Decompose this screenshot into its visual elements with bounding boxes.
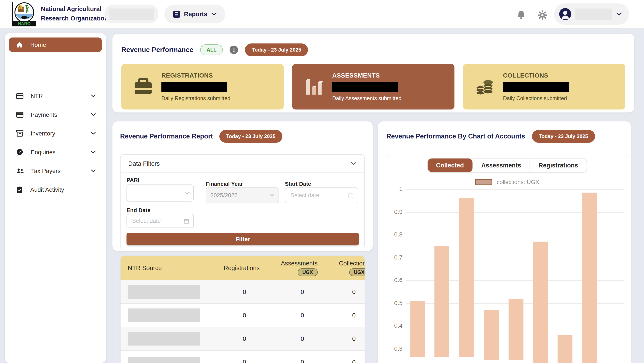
legend-swatch	[475, 179, 492, 185]
revenue-performance-section: Revenue Performance ALL i Today - 23 Jul…	[112, 34, 634, 112]
chevron-down-icon	[91, 132, 96, 135]
table-header-row: NTR Source Registrations Assessments UGX…	[120, 256, 364, 280]
chart-container: Collected Assessments Registrations coll…	[386, 155, 628, 363]
sidebar-item-enquiries[interactable]: ? Enquiries	[9, 144, 102, 160]
pari-select[interactable]	[126, 184, 194, 202]
sidebar-item-home[interactable]: Home	[9, 38, 102, 52]
chevron-down-icon	[91, 150, 96, 154]
data-filters-header[interactable]: Data Filters	[120, 155, 364, 172]
table-row[interactable]: 0 0 0	[120, 327, 364, 351]
sidebar-item-payments[interactable]: Payments	[9, 107, 102, 122]
chevron-down-icon	[211, 12, 217, 16]
report-document-icon	[173, 10, 180, 18]
collections-stat-card: COLLECTIONS Daily Collections submitted	[463, 64, 625, 110]
col-header-registrations: Registrations	[224, 264, 263, 272]
end-date-field[interactable]	[126, 214, 194, 228]
sidebar: Home NTR Payments	[5, 33, 106, 363]
archive-box-icon	[16, 130, 24, 137]
currency-badge: UGX	[349, 268, 364, 276]
col-header-label: Assessments	[281, 260, 318, 267]
col-header-assessments: Assessments UGX	[263, 260, 321, 276]
sidebar-item-tax-payers[interactable]: Tax Payers	[9, 163, 102, 178]
redacted-value-block	[162, 82, 227, 92]
end-date-input[interactable]	[131, 217, 184, 224]
notifications-button[interactable]	[516, 10, 526, 20]
pari-label: PARI	[126, 177, 139, 183]
stat-card-title: COLLECTIONS	[503, 72, 568, 79]
redacted-value-block	[503, 82, 568, 92]
chart-bar	[435, 246, 450, 357]
credit-card-icon	[16, 112, 24, 118]
chevron-down-icon	[270, 194, 274, 197]
org-name-line1: National Agricultural	[41, 4, 108, 14]
stat-card-title: ASSESSMENTS	[332, 72, 402, 79]
app-root: NARO National Agricultural Research Orga…	[0, 0, 644, 363]
bell-icon	[516, 10, 526, 20]
bar-chart-icon	[304, 76, 324, 97]
briefcase-icon	[133, 76, 154, 97]
assessments-value: 0	[250, 359, 308, 363]
assessments-stat-card: ASSESSMENTS Daily Assessments submitted	[292, 64, 454, 110]
redacted-source-block	[128, 285, 200, 299]
sidebar-item-label: Payments	[31, 111, 57, 118]
y-tick-label: 0.3	[386, 345, 402, 352]
redacted-value-block	[332, 82, 398, 92]
collections-value: 0	[308, 288, 359, 295]
stat-card-subtitle: Daily Assessments submitted	[332, 96, 402, 102]
financial-year-select[interactable]: 2025/2026	[206, 188, 279, 203]
tab-registrations[interactable]: Registrations	[530, 158, 586, 172]
sidebar-item-ntr[interactable]: NTR	[9, 88, 102, 104]
report-title: Revenue Performance Report	[120, 132, 213, 140]
collections-value: 0	[308, 335, 359, 342]
chart-bar	[459, 198, 474, 357]
collections-value: 0	[308, 359, 359, 363]
home-icon	[16, 41, 23, 48]
sidebar-item-label: Audit Activity	[30, 186, 64, 193]
end-date-label: End Date	[126, 207, 150, 214]
table-row[interactable]: 0 0 0	[120, 304, 364, 327]
chart-bar	[484, 310, 499, 360]
sidebar-item-inventory[interactable]: Inventory	[9, 126, 102, 141]
start-date-field[interactable]	[285, 188, 358, 203]
info-icon[interactable]: i	[230, 46, 238, 54]
naro-logo: NARO	[12, 2, 36, 26]
user-account-button[interactable]	[554, 4, 629, 25]
stat-card-subtitle: Daily Registrations submitted	[162, 96, 230, 102]
settings-button[interactable]	[537, 10, 547, 20]
header-redacted-item[interactable]	[104, 5, 158, 24]
page-title: Revenue Performance	[122, 46, 193, 54]
chevron-down-icon	[91, 169, 96, 172]
financial-year-label: Financial Year	[206, 181, 243, 187]
filter-button[interactable]: Filter	[126, 233, 359, 246]
question-bubble-icon: ?	[16, 148, 24, 156]
chart-section-title: Revenue Performance By Chart of Accounts	[386, 132, 525, 140]
assessments-value: 0	[250, 312, 308, 319]
tab-collected[interactable]: Collected	[428, 158, 473, 172]
col-header-collections: Collections UGX	[321, 260, 364, 276]
assessments-value: 0	[250, 288, 308, 295]
chart-legend[interactable]: collections: UGX	[386, 179, 628, 185]
registrations-stat-card: REGISTRATIONS Daily Registrations submit…	[122, 64, 284, 110]
registrations-value: 0	[224, 359, 250, 363]
reports-menu-label: Reports	[184, 11, 208, 18]
table-row[interactable]: 0 0 0	[120, 280, 364, 304]
chevron-down-icon	[91, 113, 96, 116]
chart-bar	[533, 242, 548, 363]
col-header-ntr-source: NTR Source	[128, 264, 224, 272]
start-date-input[interactable]	[290, 192, 348, 199]
y-tick-label: 0.4	[386, 322, 402, 329]
assessments-value: 0	[250, 335, 308, 342]
revenue-performance-report-section: Revenue Performance Report Today - 23 Ju…	[112, 122, 373, 251]
redacted-source-block	[128, 332, 200, 346]
table-row[interactable]: 0 0 0	[120, 351, 364, 363]
y-tick-label: 0.8	[386, 231, 402, 238]
y-tick-label: 0.7	[386, 254, 402, 260]
sidebar-item-label: NTR	[31, 92, 43, 99]
reports-menu-button[interactable]: Reports	[164, 5, 225, 24]
tab-assessments[interactable]: Assessments	[473, 158, 530, 172]
financial-year-value: 2025/2026	[210, 192, 238, 198]
sidebar-item-audit-activity[interactable]: Audit Activity	[9, 182, 102, 197]
sidebar-item-label: Home	[30, 41, 46, 48]
chart-bar	[558, 335, 572, 363]
registrations-value: 0	[224, 312, 250, 319]
